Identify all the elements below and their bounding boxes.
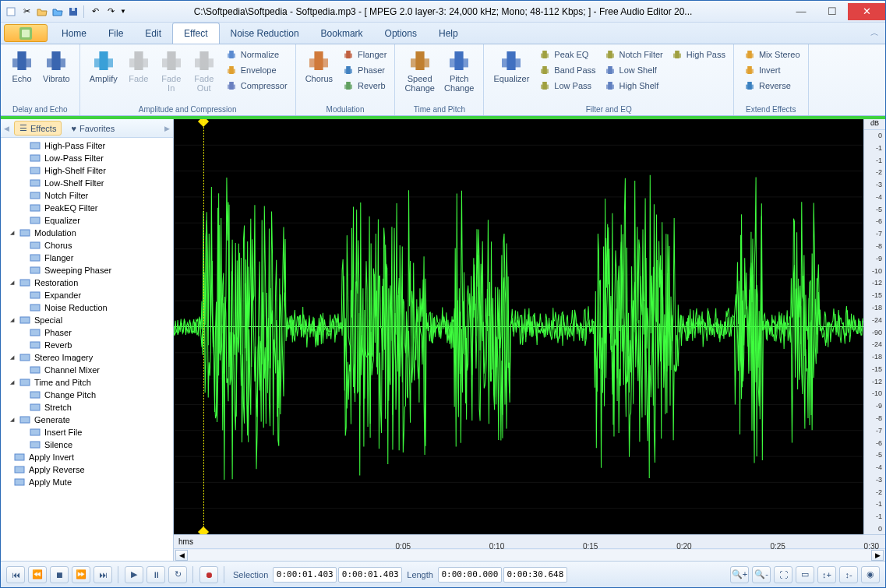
notch-filter-button[interactable]: Notch Filter <box>601 48 666 62</box>
waveform-canvas[interactable] <box>174 119 863 534</box>
qat-new-icon[interactable] <box>4 5 18 19</box>
tree-item-low-pass-filter[interactable]: Low-Pass Filter <box>1 152 173 164</box>
close-button[interactable]: ✕ <box>848 3 885 20</box>
zoom-vertical-in[interactable]: ↕+ <box>817 566 836 583</box>
ribbon-collapse-icon[interactable]: ︿ <box>870 23 885 44</box>
tab-file[interactable]: File <box>97 23 134 44</box>
scroll-right[interactable]: ▶ <box>871 550 884 561</box>
zoom-selection[interactable]: ▭ <box>796 566 814 583</box>
zoom-fit[interactable]: ⛶ <box>774 566 792 583</box>
tree-item-stereo-imagery[interactable]: Stereo Imagery <box>1 351 173 364</box>
vibrato-button[interactable]: Vibrato <box>38 48 75 85</box>
tree-item-equalizer[interactable]: Equalizer <box>1 214 173 227</box>
reverse-button[interactable]: Reverse <box>740 79 803 93</box>
chorus-button[interactable]: Chorus <box>301 48 337 85</box>
tab-bookmark[interactable]: Bookmark <box>310 23 374 44</box>
tree-item-special[interactable]: Special <box>1 314 173 326</box>
tree-item-notch-filter[interactable]: Notch Filter <box>1 189 173 202</box>
tree-item-chorus[interactable]: Chorus <box>1 239 173 252</box>
tree-item-phaser[interactable]: Phaser <box>1 326 173 339</box>
qat-open-icon[interactable] <box>35 5 49 19</box>
echo-button[interactable]: Echo <box>5 48 38 85</box>
sidebar-tab-effects[interactable]: ☰Effects <box>14 121 62 136</box>
compressor-button[interactable]: Compressor <box>222 79 291 93</box>
scroll-track[interactable] <box>188 550 871 561</box>
tree-item-peakeq-filter[interactable]: PeakEQ Filter <box>1 202 173 214</box>
transport-record[interactable]: ⏺ <box>199 566 218 583</box>
tab-noise-reduction[interactable]: Noise Reduction <box>220 23 310 44</box>
tree-item-time-and-pitch[interactable]: Time and Pitch <box>1 376 173 389</box>
tree-item-reverb[interactable]: Reverb <box>1 339 173 351</box>
qat-open2-icon[interactable] <box>51 5 65 19</box>
selection-end-field[interactable]: 0:00:01.403 <box>338 567 402 583</box>
maximize-button[interactable]: ☐ <box>817 3 848 20</box>
mix-stereo-button[interactable]: Mix Stereo <box>740 48 803 62</box>
tab-help[interactable]: Help <box>428 23 469 44</box>
tree-item-insert-file[interactable]: Insert File <box>1 426 173 438</box>
speed-change-button[interactable]: SpeedChange <box>400 48 439 94</box>
transport-loop[interactable]: ↻ <box>168 566 187 583</box>
sidebar-tab-favorites[interactable]: ♥Favorites <box>66 122 119 135</box>
tree-item-flanger[interactable]: Flanger <box>1 252 173 264</box>
low-pass-button[interactable]: Low Pass <box>535 79 598 93</box>
tree-item-noise-reduction[interactable]: Noise Reduction <box>1 301 173 314</box>
tree-item-channel-mixer[interactable]: Channel Mixer <box>1 364 173 376</box>
length-end-field[interactable]: 0:00:30.648 <box>503 567 567 583</box>
transport-play[interactable]: ▶ <box>125 566 143 583</box>
tree-item-change-pitch[interactable]: Change Pitch <box>1 389 173 401</box>
tree-item-apply-mute[interactable]: Apply Mute <box>1 476 173 488</box>
tree-item-sweeping-phaser[interactable]: Sweeping Phaser <box>1 264 173 276</box>
qat-dropdown-icon[interactable]: ▼ <box>119 5 127 19</box>
tree-item-high-pass-filter[interactable]: High-Pass Filter <box>1 139 173 152</box>
sidebar-nav-right[interactable]: ▶ <box>164 125 170 132</box>
tree-item-restoration[interactable]: Restoration <box>1 276 173 289</box>
tab-edit[interactable]: Edit <box>134 23 172 44</box>
tab-options[interactable]: Options <box>374 23 428 44</box>
zoom-vertical-out[interactable]: ↕- <box>839 566 858 583</box>
tab-home[interactable]: Home <box>51 23 97 44</box>
tree-item-silence[interactable]: Silence <box>1 438 173 451</box>
envelope-button[interactable]: Envelope <box>222 63 291 77</box>
zoom-out[interactable]: 🔍- <box>752 566 771 583</box>
high-pass-button[interactable]: High Pass <box>668 48 729 62</box>
invert-button[interactable]: Invert <box>740 63 803 77</box>
zoom-reset[interactable]: ◉ <box>861 566 880 583</box>
peak-eq-button[interactable]: Peak EQ <box>535 48 598 62</box>
tree-item-modulation[interactable]: Modulation <box>1 227 173 239</box>
tree-item-apply-invert[interactable]: Apply Invert <box>1 451 173 463</box>
normalize-button[interactable]: Normalize <box>222 48 291 62</box>
tree-item-apply-reverse[interactable]: Apply Reverse <box>1 463 173 476</box>
transport-forward[interactable]: ⏩ <box>72 566 90 583</box>
amplify-button[interactable]: Amplify <box>85 48 122 85</box>
pitch-change-button[interactable]: PitchChange <box>439 48 479 94</box>
qat-undo-icon[interactable]: ↶ <box>88 5 102 19</box>
qat-cut-icon[interactable]: ✂ <box>19 5 34 19</box>
sidebar-nav-left[interactable]: ◀ <box>4 125 9 132</box>
reverb-button[interactable]: Reverb <box>339 79 390 93</box>
band-pass-button[interactable]: Band Pass <box>535 63 598 77</box>
tree-item-high-shelf-filter[interactable]: High-Shelf Filter <box>1 164 173 177</box>
tab-effect[interactable]: Effect <box>172 23 219 44</box>
minimize-button[interactable]: — <box>785 3 817 20</box>
tree-item-expander[interactable]: Expander <box>1 289 173 301</box>
transport-end[interactable]: ⏭ <box>94 566 112 583</box>
high-shelf-button[interactable]: High Shelf <box>601 79 666 93</box>
transport-begin[interactable]: ⏮ <box>6 566 25 583</box>
sidebar-scroll[interactable]: High-Pass FilterLow-Pass FilterHigh-Shel… <box>1 138 173 561</box>
transport-stop[interactable]: ⏹ <box>50 566 69 583</box>
qat-save-icon[interactable] <box>66 5 80 19</box>
low-shelf-button[interactable]: Low Shelf <box>601 63 666 77</box>
phaser-button[interactable]: Phaser <box>339 63 390 77</box>
length-start-field[interactable]: 0:00:00.000 <box>438 567 502 583</box>
qat-redo-icon[interactable]: ↷ <box>104 5 118 19</box>
app-menu-button[interactable] <box>4 24 48 42</box>
transport-rewind[interactable]: ⏪ <box>28 566 47 583</box>
transport-pause[interactable]: ⏸ <box>146 566 165 583</box>
equalizer-button[interactable]: Equalizer <box>489 48 534 85</box>
flanger-button[interactable]: Flanger <box>339 48 390 62</box>
tree-item-stretch[interactable]: Stretch <box>1 401 173 414</box>
zoom-in[interactable]: 🔍+ <box>730 566 749 583</box>
scroll-left[interactable]: ◀ <box>175 550 188 561</box>
tree-item-generate[interactable]: Generate <box>1 414 173 426</box>
tree-item-low-shelf-filter[interactable]: Low-Shelf Filter <box>1 177 173 189</box>
